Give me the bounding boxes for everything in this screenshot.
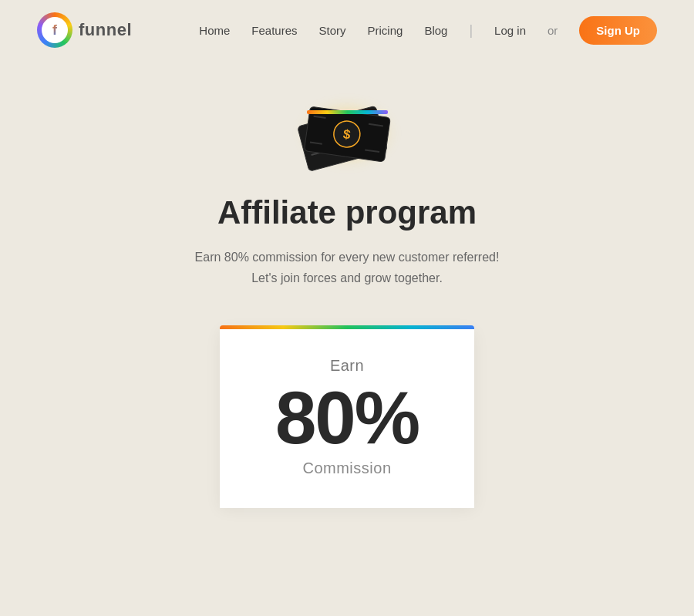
main-nav: Home Features Story Pricing Blog | Log i… bbox=[199, 16, 657, 45]
nav-login[interactable]: Log in bbox=[494, 24, 526, 37]
money-bills-svg: $ $ bbox=[293, 95, 401, 172]
card-earn-label: Earn bbox=[330, 357, 364, 375]
nav-blog[interactable]: Blog bbox=[424, 24, 447, 37]
nav-pricing[interactable]: Pricing bbox=[368, 24, 403, 37]
card-commission-label: Commission bbox=[302, 459, 391, 477]
header: f funnel Home Features Story Pricing Blo… bbox=[0, 0, 694, 60]
subtitle-line2: Let's join forces and grow together. bbox=[251, 271, 443, 284]
nav-home[interactable]: Home bbox=[199, 24, 230, 37]
logo-letter: f bbox=[52, 22, 57, 39]
nav-or-text: or bbox=[547, 24, 558, 37]
commission-card: Earn 80% Commission bbox=[220, 329, 474, 508]
page-subtitle: Earn 80% commission for every new custom… bbox=[195, 247, 500, 288]
card-percentage: 80% bbox=[275, 381, 419, 455]
main-content: $ $ bbox=[0, 60, 694, 554]
svg-rect-14 bbox=[307, 110, 388, 114]
nav-divider: | bbox=[469, 22, 473, 39]
logo-icon: f bbox=[37, 12, 72, 48]
nav-features[interactable]: Features bbox=[251, 24, 297, 37]
logo[interactable]: f funnel bbox=[37, 12, 132, 48]
logo-text: funnel bbox=[79, 20, 132, 40]
nav-story[interactable]: Story bbox=[319, 24, 346, 37]
signup-button[interactable]: Sign Up bbox=[579, 16, 657, 45]
page-title: Affiliate program bbox=[217, 194, 477, 231]
money-icon: $ $ bbox=[293, 91, 401, 176]
commission-card-wrapper: Earn 80% Commission bbox=[220, 325, 474, 508]
subtitle-line1: Earn 80% commission for every new custom… bbox=[195, 251, 500, 264]
